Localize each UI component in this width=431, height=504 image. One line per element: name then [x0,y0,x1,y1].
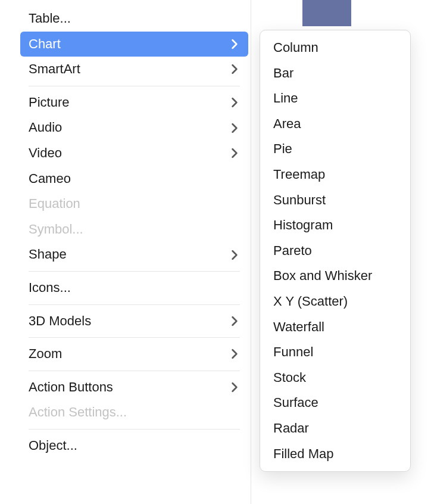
submenu-item-label: Filled Map [273,446,333,461]
menu-separator [29,371,240,371]
menu-item-smartart[interactable]: SmartArt [18,57,251,82]
submenu-item-stock[interactable]: Stock [260,365,410,391]
menu-separator [29,429,240,430]
submenu-item-label: Column [273,40,318,55]
menu-item-label: Chart [29,36,61,53]
menu-item-label: Equation [29,195,80,213]
submenu-item-label: Waterfall [273,319,324,334]
submenu-item-surface[interactable]: Surface [260,390,410,416]
menu-separator [29,271,240,272]
submenu-item-label: X Y (Scatter) [273,294,348,309]
menu-item-label: Zoom [29,346,62,363]
submenu-item-label: Sunburst [273,192,326,207]
menu-item-picture[interactable]: Picture [18,90,251,116]
chevron-right-icon [229,316,240,326]
submenu-item-filled-map[interactable]: Filled Map [260,441,410,467]
menu-item-table[interactable]: Table... [18,6,251,32]
submenu-item-pie[interactable]: Pie [260,136,410,162]
submenu-item-label: Area [273,116,301,131]
menu-item-equation: Equation [18,191,251,217]
submenu-item-area[interactable]: Area [260,111,410,137]
submenu-item-treemap[interactable]: Treemap [260,162,410,188]
submenu-item-label: Bar [273,66,293,80]
menu-item-action-settings: Action Settings... [18,400,251,425]
menu-separator [29,337,240,338]
submenu-item-label: Line [273,91,298,105]
menu-item-object[interactable]: Object... [18,433,251,459]
menu-item-label: Table... [29,10,71,27]
chevron-right-icon [229,349,240,359]
submenu-item-label: Funnel [273,344,313,359]
menu-item-chart[interactable]: Chart [20,32,248,57]
menu-item-label: Audio [29,119,62,136]
submenu-item-column[interactable]: Column [260,35,410,61]
menu-item-label: Picture [29,94,69,111]
chevron-right-icon [229,250,240,260]
slide-background-shape [302,0,351,26]
submenu-item-pareto[interactable]: Pareto [260,238,410,264]
menu-separator [29,304,240,305]
menu-item-audio[interactable]: Audio [18,115,251,141]
chart-submenu: ColumnBarLineAreaPieTreemapSunburstHisto… [260,30,411,472]
chevron-right-icon [229,382,240,393]
submenu-item-label: Stock [273,370,306,385]
submenu-item-label: Histogram [273,217,333,232]
submenu-item-radar[interactable]: Radar [260,416,410,441]
submenu-item-label: Pareto [273,243,312,258]
submenu-item-x-y-scatter[interactable]: X Y (Scatter) [260,289,410,315]
chevron-right-icon [229,148,240,158]
menu-item-label: Video [29,145,62,162]
menu-item-label: Action Buttons [29,379,113,396]
menu-item-label: SmartArt [29,61,80,78]
chevron-right-icon [229,39,240,49]
menu-item-zoom[interactable]: Zoom [18,341,251,367]
menu-item-label: Icons... [29,279,71,297]
menu-item-label: Cameo [29,170,71,188]
submenu-item-label: Treemap [273,167,325,182]
submenu-item-funnel[interactable]: Funnel [260,340,410,365]
submenu-item-label: Radar [273,421,309,435]
menu-item-shape[interactable]: Shape [18,242,251,267]
chevron-right-icon [229,97,240,108]
submenu-item-label: Pie [273,141,292,156]
menu-item-label: Symbol... [29,221,83,238]
menu-item-label: Object... [29,437,77,455]
submenu-item-box-and-whisker[interactable]: Box and Whisker [260,263,410,289]
submenu-item-bar[interactable]: Bar [260,61,410,86]
chevron-right-icon [229,123,240,133]
menu-item-label: Action Settings... [29,404,127,421]
menu-item-action-buttons[interactable]: Action Buttons [18,375,251,400]
submenu-item-histogram[interactable]: Histogram [260,213,410,238]
submenu-item-label: Box and Whisker [273,268,372,283]
submenu-item-line[interactable]: Line [260,86,410,111]
menu-item-video[interactable]: Video [18,141,251,166]
submenu-item-sunburst[interactable]: Sunburst [260,188,410,213]
chevron-right-icon [229,64,240,74]
menu-item-cameo[interactable]: Cameo [18,166,251,192]
submenu-item-waterfall[interactable]: Waterfall [260,315,410,340]
menu-item-label: Shape [29,246,67,263]
menu-item-icons[interactable]: Icons... [18,275,251,301]
menu-separator [29,86,240,86]
menu-item-label: 3D Models [29,313,91,330]
menu-item-symbol: Symbol... [18,217,251,242]
insert-menu: Table...ChartSmartArtPictureAudioVideoCa… [18,0,251,504]
menu-item-3d-models[interactable]: 3D Models [18,309,251,334]
submenu-item-label: Surface [273,395,318,410]
